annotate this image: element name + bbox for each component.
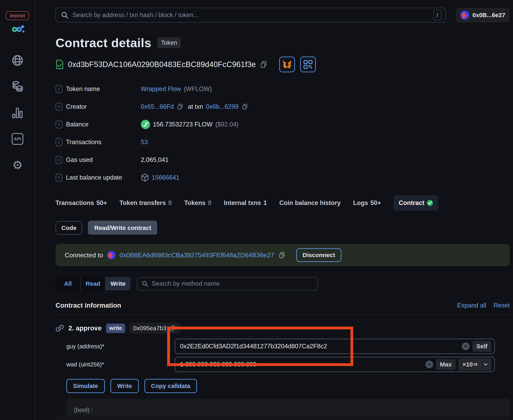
max-button[interactable]: Max — [436, 359, 456, 370]
add-to-metamask-button[interactable] — [279, 57, 295, 72]
contract-address: 0xd3bF53DAC106A0290B0483EcBC89d40FcC961f… — [68, 60, 256, 69]
tab-transactions[interactable]: Transactions50+ — [56, 199, 107, 207]
tab-contract[interactable]: Contract — [394, 195, 438, 210]
info-hint-icon[interactable]: i — [56, 156, 62, 164]
balance-value: 156.73532723 FLOW — [153, 121, 213, 128]
info-row-transactions: i Transactions 53 — [56, 138, 510, 147]
info-label: Gas used — [66, 156, 141, 164]
filter-write[interactable]: Write — [105, 277, 130, 290]
keyboard-shortcut-hint: / — [433, 10, 441, 20]
multiplier-exponent: 18 — [473, 362, 477, 367]
info-hint-icon[interactable]: i — [56, 120, 62, 128]
metamask-fox-icon — [282, 60, 292, 69]
method-accordion-header[interactable]: 2. approve write 0x095ea7b3 — [56, 322, 510, 334]
copy-connected-address-icon[interactable] — [278, 251, 286, 259]
info-hint-icon[interactable]: i — [56, 103, 62, 111]
info-row-token-name: i Token name Wrapped Flow (WFLOW) — [56, 85, 510, 93]
info-label: Transactions — [66, 139, 141, 146]
connected-prefix: Connected to — [65, 251, 103, 259]
tab-tokens[interactable]: Tokens0 — [184, 199, 211, 207]
disconnect-button[interactable]: Disconnect — [296, 248, 341, 262]
code-tab-button[interactable]: Code — [56, 221, 82, 235]
next-section-strip — [56, 415, 510, 420]
method-search-placeholder: Search by method name — [152, 280, 220, 287]
token-symbol: (WFLOW) — [184, 85, 212, 93]
copy-calldata-button[interactable]: Copy calldata — [144, 379, 197, 393]
info-label: Balance — [66, 121, 141, 128]
copy-txn-icon[interactable] — [242, 103, 248, 110]
info-hint-icon[interactable]: i — [56, 85, 62, 93]
simulate-button[interactable]: Simulate — [66, 379, 105, 393]
transactions-count-link[interactable]: 53 — [141, 139, 148, 146]
info-label: Last balance update — [66, 174, 141, 181]
expand-all-link[interactable]: Expand all — [457, 302, 486, 309]
charts-nav-icon[interactable] — [11, 106, 24, 119]
connected-address-link[interactable]: 0x0B8EA6d6983cCBa39275493FEf648a2D64B36e… — [119, 251, 274, 259]
flow-token-icon — [141, 120, 150, 129]
tokens-nav-icon[interactable] — [11, 80, 24, 93]
info-row-balance: i Balance 156.73532723 FLOW ($92.04) — [56, 120, 510, 129]
creator-address-link[interactable]: 0x65...66Fd — [141, 103, 174, 110]
token-type-badge: Token — [158, 37, 181, 48]
blockchain-nav-icon[interactable] — [11, 54, 24, 67]
block-cube-icon — [141, 173, 149, 182]
filter-read[interactable]: Read — [80, 277, 105, 290]
method-search-input[interactable]: Search by method name — [137, 277, 318, 290]
wad-uint256-input[interactable]: 1 000 000 000 000 000 000 ✕ Max ×1018 — [175, 357, 495, 372]
last-balance-block-link[interactable]: 15666641 — [152, 174, 179, 181]
verified-contract-icon — [56, 60, 64, 69]
method-selector: 0x095ea7b3 — [133, 325, 166, 332]
filter-all[interactable]: All — [56, 277, 80, 290]
multiplier-dropdown[interactable]: ×1018 — [458, 358, 491, 370]
self-button[interactable]: Self — [472, 341, 491, 352]
global-search-input[interactable]: Search by address / txn hash / block / t… — [56, 8, 446, 22]
section-divider — [56, 315, 510, 315]
qr-code-icon — [304, 60, 312, 69]
wallet-button[interactable]: 0x0B...6e27 — [456, 8, 510, 22]
sidebar: testnet — [0, 0, 35, 420]
qr-code-button[interactable] — [300, 57, 316, 72]
link-anchor-icon[interactable] — [56, 324, 64, 332]
info-label: Creator — [66, 103, 141, 110]
creation-txn-link[interactable]: 0x6b...6299 — [206, 103, 239, 110]
gas-used-value: 2,065,041 — [141, 156, 169, 164]
wallet-avatar — [460, 11, 469, 20]
field-row-guy: guy (address)* 0x2E2Ed0Cfd3AD2f1d3448127… — [66, 339, 510, 354]
tab-bar: Transactions50+ Token transfers0 Tokens0… — [56, 195, 510, 210]
copy-selector-icon[interactable] — [169, 325, 176, 332]
read-write-contract-tab-button[interactable]: Read/Write contract — [88, 221, 158, 235]
search-placeholder: Search by address / txn hash / block / t… — [73, 11, 433, 19]
method-name: 2. approve — [68, 324, 102, 332]
output-bool-label: (bool) : — [74, 406, 93, 413]
write-button[interactable]: Write — [110, 379, 139, 393]
clear-input-icon[interactable]: ✕ — [425, 360, 433, 368]
field-label-wad: wad (uint256)* — [66, 361, 175, 368]
pill-divider — [480, 360, 480, 368]
token-name-link[interactable]: Wrapped Flow — [141, 85, 181, 93]
tab-internal-txns[interactable]: Internal txns1 — [224, 199, 267, 207]
contract-information-title: Contract information — [56, 302, 121, 309]
info-row-last-balance-update: i Last balance update 15666641 — [56, 173, 510, 182]
wad-value[interactable]: 1 000 000 000 000 000 000 — [180, 361, 423, 368]
api-nav-icon[interactable]: API — [11, 133, 24, 145]
chevron-down-icon[interactable] — [187, 325, 194, 332]
reset-link[interactable]: Reset — [493, 302, 510, 309]
tab-coin-balance-history[interactable]: Coin balance history — [279, 199, 341, 207]
copy-address-icon[interactable] — [259, 60, 268, 68]
guy-address-value[interactable]: 0x2E2Ed0Cfd3AD2f1d34481277b3204d807Ca2F8… — [180, 343, 459, 350]
clear-input-icon[interactable]: ✕ — [462, 343, 469, 350]
tab-token-transfers[interactable]: Token transfers0 — [119, 199, 172, 207]
connected-avatar — [107, 251, 116, 259]
copy-creator-icon[interactable] — [177, 103, 183, 110]
info-hint-icon[interactable]: i — [56, 173, 62, 182]
connected-banner: Connected to 0x0B8EA6d6983cCBa39275493FE… — [56, 244, 510, 266]
guy-address-input[interactable]: 0x2E2Ed0Cfd3AD2f1d34481277b3204d807Ca2F8… — [175, 339, 495, 354]
app-logo[interactable] — [10, 24, 25, 35]
verified-check-icon — [427, 200, 433, 206]
tab-logs[interactable]: Logs50+ — [353, 199, 381, 207]
method-selector-pill: 0x095ea7b3 — [130, 323, 180, 334]
contract-info-table: i Token name Wrapped Flow (WFLOW) i Crea… — [56, 85, 510, 182]
info-hint-icon[interactable]: i — [56, 138, 62, 146]
settings-nav-icon[interactable]: ⚙ — [11, 159, 24, 172]
coins-icon — [11, 81, 23, 92]
